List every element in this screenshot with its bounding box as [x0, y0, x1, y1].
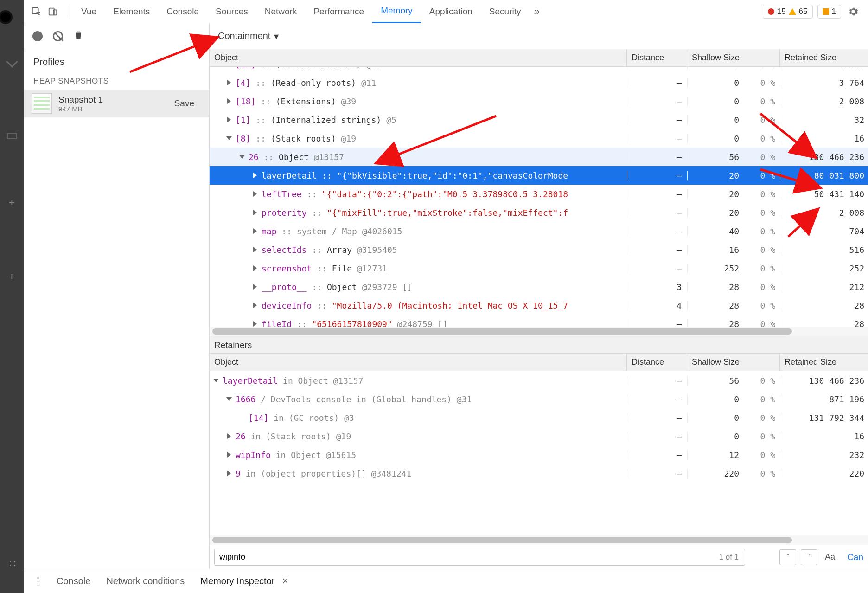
th-shallow[interactable]: Shallow Size: [687, 354, 780, 371]
disclosure-icon[interactable]: [253, 173, 257, 178]
h-scrollbar[interactable]: [210, 327, 868, 336]
ext-dots-icon[interactable]: ∷: [9, 558, 15, 570]
disclosure-icon[interactable]: [253, 284, 257, 290]
table-row[interactable]: [14] in (GC roots) @3—00 %131 792 344: [210, 408, 868, 427]
devtools: VueElementsConsoleSourcesNetworkPerforma…: [24, 0, 868, 593]
ext-dot-icon: [0, 10, 13, 24]
more-tabs-icon[interactable]: »: [529, 6, 544, 18]
device-toggle-icon[interactable]: [45, 3, 61, 20]
table-row[interactable]: layerDetail :: "{"bkVisible":true,"id":"…: [210, 166, 868, 185]
th-distance[interactable]: Distance: [627, 354, 687, 371]
table-row[interactable]: proterity :: "{"mixFill":true,"mixStroke…: [210, 203, 868, 222]
drawer-tab-network-conditions[interactable]: Network conditions: [106, 576, 185, 587]
disclosure-icon[interactable]: [253, 247, 257, 252]
table-row[interactable]: layerDetail in Object @13157—560 %130 46…: [210, 371, 868, 390]
error-dot-icon: [768, 8, 774, 15]
table-row[interactable]: 26 in (Stack roots) @19—00 %16: [210, 427, 868, 445]
th-retained[interactable]: Retained Size: [780, 49, 868, 66]
disclosure-icon[interactable]: [253, 265, 257, 271]
th-object[interactable]: Object: [210, 354, 627, 371]
warn-triangle-icon: [789, 8, 796, 15]
search-next-button[interactable]: ˅: [801, 549, 817, 565]
objects-table[interactable]: [15] :: (Eternal handles) @35—00 %6 896[…: [210, 67, 868, 327]
snapshot-name: Snapshot 1: [58, 95, 103, 105]
view-mode-bar: Containment▾: [210, 23, 868, 49]
match-case-toggle[interactable]: Aa: [822, 552, 838, 562]
memory-sub-toolbar: [24, 23, 209, 49]
snapshot-save-link[interactable]: Save: [174, 98, 202, 109]
tab-sources[interactable]: Sources: [207, 0, 256, 23]
tab-console[interactable]: Console: [158, 0, 207, 23]
th-object[interactable]: Object: [210, 49, 627, 66]
table-row[interactable]: map :: system / Map @4026015—400 %704: [210, 222, 868, 240]
disclosure-icon[interactable]: [253, 191, 257, 197]
tab-application[interactable]: Application: [421, 0, 481, 23]
table-row[interactable]: [8] :: (Stack roots) @19—00 %16: [210, 129, 868, 148]
view-mode-label: Containment: [218, 31, 270, 41]
delete-icon[interactable]: [73, 30, 83, 42]
disclosure-icon[interactable]: [213, 379, 219, 382]
heap-snapshots-heading: HEAP SNAPSHOTS: [24, 71, 209, 90]
th-shallow[interactable]: Shallow Size: [687, 49, 780, 66]
tab-elements[interactable]: Elements: [105, 0, 158, 23]
table-row[interactable]: wipInfo in Object @15615—120 %232: [210, 445, 868, 464]
error-counter[interactable]: 1565: [763, 5, 813, 19]
table-row[interactable]: [18] :: (Extensions) @39—00 %2 008: [210, 92, 868, 110]
search-input[interactable]: [214, 549, 745, 566]
clear-icon[interactable]: [53, 31, 63, 41]
disclosure-icon[interactable]: [227, 471, 231, 476]
inspect-element-icon[interactable]: [28, 3, 45, 20]
table-row[interactable]: leftTree :: "{"data":{"0:2":{"path":"M0.…: [210, 185, 868, 203]
table-row[interactable]: screenshot :: File @12731—2520 %252: [210, 259, 868, 277]
disclosure-icon[interactable]: [227, 117, 231, 122]
tab-performance[interactable]: Performance: [305, 0, 372, 23]
chevron-down-icon: ▾: [274, 31, 279, 42]
tab-vue[interactable]: Vue: [73, 0, 105, 23]
h-scrollbar-2[interactable]: [210, 535, 868, 545]
disclosure-icon[interactable]: [227, 98, 231, 104]
disclosure-icon[interactable]: [227, 452, 231, 458]
table-row[interactable]: [4] :: (Read-only roots) @11—00 %3 764: [210, 73, 868, 92]
disclosure-icon[interactable]: [253, 210, 257, 215]
tab-security[interactable]: Security: [481, 0, 530, 23]
retainers-table[interactable]: layerDetail in Object @13157—560 %130 46…: [210, 371, 868, 487]
profiles-heading: Profiles: [24, 49, 209, 71]
ext-box-icon: [7, 133, 17, 139]
disclosure-icon[interactable]: [226, 136, 232, 140]
tab-network[interactable]: Network: [256, 0, 306, 23]
table-row[interactable]: [1] :: (Internalized strings) @5—00 %32: [210, 110, 868, 129]
search-count: 1 of 1: [716, 553, 742, 562]
table-row[interactable]: 26 :: Object @13157—560 %130 466 236: [210, 148, 868, 166]
table-row[interactable]: deviceInfo :: "Mozilla/5.0 (Macintosh; I…: [210, 296, 868, 315]
settings-gear-icon[interactable]: [846, 4, 861, 19]
table-row[interactable]: fileId :: "65166157810909" @248759 []—28…: [210, 315, 868, 327]
table-row[interactable]: __proto__ :: Object @293729 []3280 %212: [210, 277, 868, 296]
disclosure-icon[interactable]: [227, 80, 231, 85]
drawer-close-icon[interactable]: ✕: [282, 576, 288, 586]
issue-counter[interactable]: 1: [817, 5, 841, 19]
drawer-tab-memory-inspector[interactable]: Memory Inspector: [200, 576, 274, 587]
snapshot-row[interactable]: Snapshot 1 947 MB Save: [24, 90, 209, 117]
disclosure-icon[interactable]: [226, 397, 232, 401]
objects-table-header: Object Distance Shallow Size Retained Si…: [210, 49, 868, 67]
ext-plus2-icon[interactable]: +: [9, 271, 15, 283]
table-row[interactable]: 1666 / DevTools console in (Global handl…: [210, 390, 868, 408]
drawer-tab-console[interactable]: Console: [57, 576, 90, 587]
search-prev-button[interactable]: ˄: [779, 549, 796, 565]
search-cancel[interactable]: Can: [842, 552, 863, 562]
ext-plus-icon[interactable]: +: [9, 197, 15, 209]
disclosure-icon[interactable]: [253, 303, 257, 308]
th-distance[interactable]: Distance: [627, 49, 687, 66]
view-mode-dropdown[interactable]: Containment▾: [218, 31, 279, 42]
table-row[interactable]: [15] :: (Eternal handles) @35—00 %6 896: [210, 67, 868, 73]
table-row[interactable]: selectIds :: Array @3195405—160 %516: [210, 240, 868, 259]
disclosure-icon[interactable]: [253, 321, 257, 327]
table-row[interactable]: 9 in (object properties)[] @3481241—2200…: [210, 464, 868, 483]
tab-memory[interactable]: Memory: [372, 0, 421, 23]
disclosure-icon[interactable]: [227, 433, 231, 439]
disclosure-icon[interactable]: [239, 155, 245, 159]
disclosure-icon[interactable]: [253, 228, 257, 234]
drawer-menu-icon[interactable]: ⋮: [32, 575, 43, 588]
record-icon[interactable]: [32, 31, 43, 41]
th-retained[interactable]: Retained Size: [780, 354, 868, 371]
